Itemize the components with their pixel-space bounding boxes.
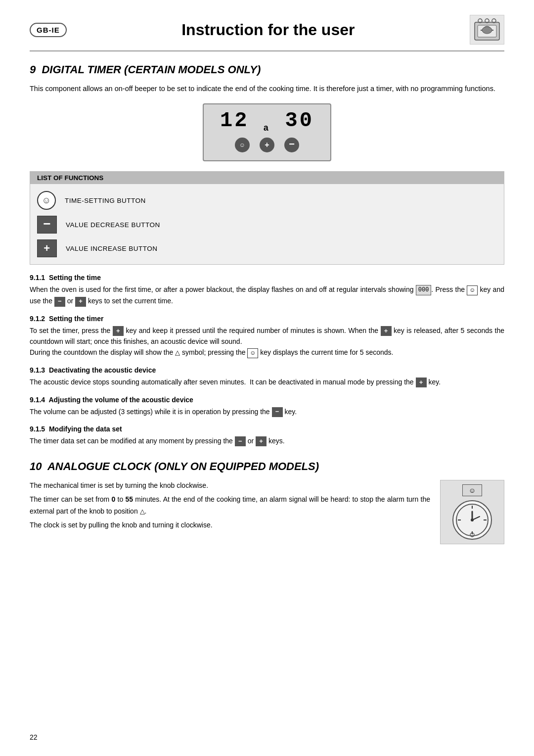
function-plus-label: VALUE INCREASE BUTTON xyxy=(66,245,158,252)
subsection-914: 9.1.4 Adjusting the volume of the acoust… xyxy=(30,396,504,417)
timer-btn-check[interactable]: ☺ xyxy=(235,138,250,152)
subsection-915-title: 9.1.5 Modifying the data set xyxy=(30,425,504,433)
function-item-minus: − VALUE DECREASE BUTTON xyxy=(37,213,497,236)
function-item-plus: + VALUE INCREASE BUTTON xyxy=(37,236,497,260)
page-number: 22 xyxy=(30,733,38,741)
subsection-912: 9.1.2 Setting the timer To set the timer… xyxy=(30,315,504,358)
section-10-line3: The clock is set by pulling the knob and… xyxy=(30,520,430,531)
logo: GB-IE xyxy=(30,23,67,37)
section-10-text: The mechanical timer is set by turning t… xyxy=(30,480,430,531)
section-10-body: The mechanical timer is set by turning t… xyxy=(30,480,504,544)
timer-display: 12 a 30 ☺ + − xyxy=(203,103,331,161)
subsection-911: 9.1.1 Setting the time When the oven is … xyxy=(30,274,504,306)
minus-icon-inline-2: − xyxy=(272,407,283,417)
functions-header: LIST OF FUNCTIONS xyxy=(30,172,504,184)
clock-face xyxy=(452,500,492,540)
clock-image: ☺ xyxy=(440,480,504,544)
plus-icon-inline-5: + xyxy=(256,436,267,446)
header: GB-IE Instruction for the user xyxy=(30,15,504,51)
clock-top-button: ☺ xyxy=(462,484,482,496)
function-time-label: TIME-SETTING BUTTON xyxy=(65,197,146,204)
header-icon xyxy=(470,15,504,45)
function-item-time: ☺ TIME-SETTING BUTTON xyxy=(37,188,497,213)
plus-icon-inline-3: + xyxy=(381,326,392,336)
subsection-915-content: The timer data set can be modified at an… xyxy=(30,435,504,446)
subsection-914-title: 9.1.4 Adjusting the volume of the acoust… xyxy=(30,396,504,404)
subsection-913: 9.1.3 Deactivating the acoustic device T… xyxy=(30,366,504,387)
plus-icon-inline-2: + xyxy=(113,326,124,336)
check-icon-inline-2: ☺ xyxy=(247,348,258,358)
alarm-symbol: △ xyxy=(175,349,180,356)
timer-display-container: 12 a 30 ☺ + − xyxy=(30,103,504,161)
plus-icon-inline: + xyxy=(75,297,86,307)
section-10: 10 ANALOGUE CLOCK (ONLY ON EQUIPPED MODE… xyxy=(30,460,504,544)
subsection-913-content: The acoustic device stops sounding autom… xyxy=(30,377,504,387)
section-9-intro: This component allows an on-off beeper t… xyxy=(30,83,504,94)
functions-section: LIST OF FUNCTIONS ☺ TIME-SETTING BUTTON … xyxy=(30,171,504,265)
plus-icon: + xyxy=(37,239,57,257)
alarm-symbol-2: △ xyxy=(140,508,145,515)
section-10-line1: The mechanical timer is set by turning t… xyxy=(30,480,430,492)
section-9-heading: 9 DIGITAL TIMER (CERTAIN MODELS ONLY) xyxy=(30,63,504,76)
timer-digits: 12 a 30 xyxy=(214,109,320,134)
svg-point-5 xyxy=(482,27,492,34)
functions-list: ☺ TIME-SETTING BUTTON − VALUE DECREASE B… xyxy=(30,184,504,264)
timer-btn-minus[interactable]: − xyxy=(284,138,299,152)
minus-icon: − xyxy=(37,216,57,234)
subsection-915: 9.1.5 Modifying the data set The timer d… xyxy=(30,425,504,446)
page-title: Instruction for the user xyxy=(67,21,470,39)
section-9: 9 DIGITAL TIMER (CERTAIN MODELS ONLY) Th… xyxy=(30,63,504,446)
subsection-912-title: 9.1.2 Setting the timer xyxy=(30,315,504,323)
plus-icon-inline-4: + xyxy=(416,378,427,387)
clock-check-icon: ☺ xyxy=(469,486,476,494)
clock-svg xyxy=(455,503,490,537)
cooking-icon xyxy=(474,17,501,42)
time-setting-icon: ☺ xyxy=(37,191,56,210)
timer-buttons: ☺ + − xyxy=(214,138,320,152)
function-minus-label: VALUE DECREASE BUTTON xyxy=(66,221,160,229)
digit-display: 000 xyxy=(416,285,432,295)
section-10-heading: 10 ANALOGUE CLOCK (ONLY ON EQUIPPED MODE… xyxy=(30,460,504,473)
section-10-line2: The timer can be set from 0 to 55 minute… xyxy=(30,494,430,518)
subsection-911-content: When the oven is used for the first time… xyxy=(30,284,504,306)
subsection-913-title: 9.1.3 Deactivating the acoustic device xyxy=(30,366,504,374)
timer-btn-plus[interactable]: + xyxy=(260,138,274,152)
page: GB-IE Instruction for the user 9 DIGITAL… xyxy=(0,0,534,756)
subsection-912-content: To set the timer, press the + key and ke… xyxy=(30,325,504,358)
svg-point-15 xyxy=(471,519,474,521)
subsection-911-title: 9.1.1 Setting the time xyxy=(30,274,504,282)
minus-icon-inline: − xyxy=(54,297,65,307)
minus-icon-inline-3: − xyxy=(235,436,246,446)
subsection-914-content: The volume can be adjusted (3 settings) … xyxy=(30,406,504,417)
check-icon-inline: ☺ xyxy=(467,285,478,295)
